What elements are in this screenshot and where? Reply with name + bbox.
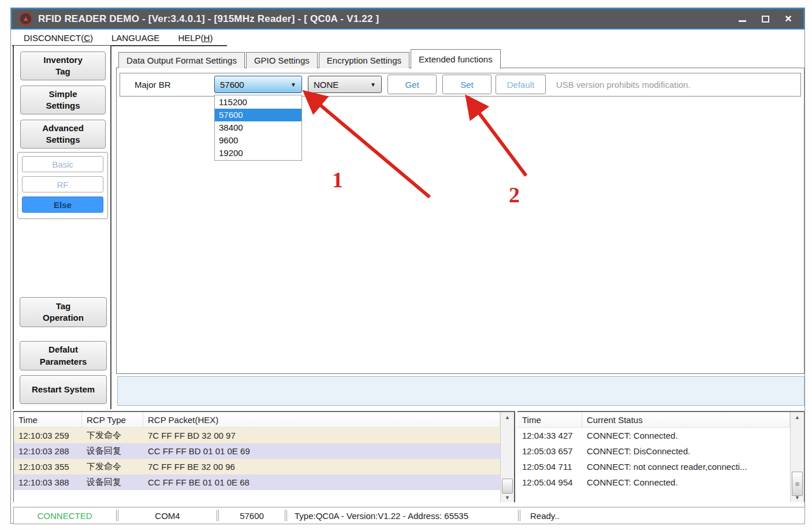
table-header: TimeCurrent Status [517, 412, 790, 428]
column-header-rcp-packet-hex[interactable]: RCP Packet(HEX) [143, 412, 500, 427]
cell: CC FF FF BD 01 01 0E 69 [143, 443, 500, 459]
sidebar-item-advanced-settings[interactable]: Advanced Settings [20, 120, 106, 149]
ready-state: Ready.. [521, 507, 804, 524]
menu-item-language[interactable]: LANGUAGE [111, 33, 159, 43]
tab-extended-functions[interactable]: Extended functions [411, 49, 501, 69]
tab-gpio-settings[interactable]: GPIO Settings [246, 52, 318, 68]
option-38400[interactable]: 38400 [215, 121, 301, 134]
connection-status: CONNECTED [14, 507, 116, 524]
baudrate-combobox[interactable]: 57600 ▼ [214, 76, 302, 93]
log-row[interactable]: 12:05:04 711CONNECT: not connect reader,… [517, 459, 790, 475]
chevron-down-icon: ▼ [290, 81, 296, 88]
column-header-time[interactable]: Time [517, 412, 582, 427]
cell: CONNECT: Connected. [582, 475, 790, 490]
sidebar-item-basic[interactable]: Basic [22, 156, 103, 172]
sidebar-item-tag-operation[interactable]: Tag Operation [20, 297, 107, 327]
log-row[interactable]: 12:05:04 954CONNECT: Connected. [517, 475, 790, 490]
column-header-current-status[interactable]: Current Status [582, 412, 790, 427]
baudrate-dropdown-list: 1152005760038400960019200 [214, 95, 302, 161]
lower-info-strip [117, 376, 804, 406]
minimize-icon[interactable] [736, 14, 748, 24]
cell: 12:10:03 388 [14, 475, 82, 490]
log-row[interactable]: 12:10:03 355下发命令7C FF FF BE 32 00 96 [14, 459, 500, 475]
option-57600[interactable]: 57600 [215, 109, 301, 121]
sidebar-item-inventory-tag[interactable]: Inventory Tag [20, 51, 106, 80]
usb-note-text: USB version prohibits modification. [556, 73, 691, 96]
com-port: COM4 [119, 507, 216, 524]
set-button[interactable]: Set [442, 75, 491, 94]
scroll-up-icon[interactable]: ▲ [791, 412, 804, 422]
column-header-time[interactable]: Time [14, 412, 82, 427]
sidebar-settings-group: BasicRFElse [17, 152, 108, 219]
log-row[interactable]: 12:10:03 288设备回复CC FF FF BD 01 01 0E 69 [14, 443, 500, 459]
status-separator [217, 510, 219, 521]
cell: 下发命令 [82, 459, 143, 475]
status-table: TimeCurrent Status 12:04:33 427CONNECT: … [517, 412, 790, 502]
log-row[interactable]: 12:05:03 657CONNECT: DisConnected. [517, 443, 790, 459]
option-19200[interactable]: 19200 [215, 147, 301, 160]
annotation-step-2: 2 [509, 182, 520, 207]
scroll-up-icon[interactable]: ▲ [501, 412, 514, 422]
scrollbar-right[interactable]: ▲ ≡ ▼ [790, 412, 804, 502]
log-row[interactable]: 12:04:33 427CONNECT: Connected. [517, 428, 790, 443]
scrollbar-thumb[interactable] [502, 479, 513, 494]
device-info: Type:QC0A - Version:V1.22 - Address: 655… [288, 507, 517, 524]
sidebar-main-buttons: Inventory TagSimple SettingsAdvanced Set… [20, 51, 106, 149]
app-window: ▲ RFID READER DEMO - [Ver:3.4.0.1] - [91… [10, 8, 805, 524]
tab-encryption-settings[interactable]: Encryption Settings [319, 52, 409, 68]
screen: ▲ RFID READER DEMO - [Ver:3.4.0.1] - [91… [0, 0, 812, 530]
baud-rate: 57600 [219, 507, 284, 524]
status-separator [285, 510, 287, 521]
cell: CONNECT: Connected. [582, 428, 790, 443]
get-button[interactable]: Get [388, 75, 437, 94]
cell: 7C FF FF BD 32 00 97 [143, 428, 500, 443]
cell: 12:10:03 288 [14, 443, 82, 459]
rcp-packet-table: TimeRCP TypeRCP Packet(HEX) 12:10:03 259… [14, 412, 500, 502]
baudrate-combobox-value: 57600 [220, 80, 244, 90]
status-separator [116, 510, 118, 521]
cell: 下发命令 [82, 428, 143, 443]
cell: 12:05:04 711 [517, 459, 582, 475]
sidebar-item-restart-system[interactable]: Restart System [20, 375, 107, 404]
status-bar: CONNECTED COM4 57600 Type:QC0A - Version… [13, 507, 805, 524]
chevron-down-icon: ▼ [370, 81, 376, 88]
app-logo-icon: ▲ [19, 12, 32, 25]
sidebar-item-defalut-parameters[interactable]: Defalut Parameters [20, 341, 107, 370]
column-header-rcp-type[interactable]: RCP Type [82, 412, 143, 427]
cell: 12:05:04 954 [517, 475, 582, 490]
menu-item-help-h[interactable]: HELP(H) [178, 33, 213, 43]
annotation-step-1: 1 [332, 167, 343, 192]
option-115200[interactable]: 115200 [215, 96, 301, 109]
menu-item-disconnect-c[interactable]: DISCONNECT(C) [24, 33, 93, 43]
sidebar-item-rf[interactable]: RF [22, 176, 103, 192]
tab-data-output-format-settings[interactable]: Data Output Format Settings [118, 52, 245, 68]
cell: 12:10:03 259 [14, 428, 82, 443]
maximize-icon[interactable] [759, 14, 771, 24]
cell: CC FF FF BE 01 01 0E 68 [143, 475, 500, 490]
scroll-down-icon[interactable]: ▼ [501, 492, 514, 502]
parity-combobox-value: NONE [314, 80, 338, 90]
option-9600[interactable]: 9600 [215, 134, 301, 147]
major-br-label: Major BR [135, 73, 171, 96]
parity-combobox[interactable]: NONE ▼ [308, 76, 382, 93]
log-row[interactable]: 12:10:03 259下发命令7C FF FF BD 32 00 97 [14, 428, 500, 443]
close-icon[interactable] [783, 14, 794, 24]
window-controls [736, 14, 794, 24]
sidebar-item-simple-settings[interactable]: Simple Settings [20, 86, 106, 114]
status-separator [518, 510, 520, 521]
scroll-down-icon[interactable]: ▼ [791, 492, 804, 502]
cell: 12:05:03 657 [517, 443, 582, 459]
title-bar: ▲ RFID READER DEMO - [Ver:3.4.0.1] - [91… [11, 8, 804, 29]
sidebar: Inventory TagSimple SettingsAdvanced Set… [13, 46, 111, 409]
sidebar-item-else[interactable]: Else [22, 197, 103, 213]
window-title: RFID READER DEMO - [Ver:3.4.0.1] - [915M… [38, 13, 731, 25]
default-button[interactable]: Default [496, 75, 546, 94]
scrollbar-left[interactable]: ▲ ▼ [500, 412, 514, 502]
baudrate-settings-panel: Major BR 57600 ▼ NONE ▼ Get Set Default … [120, 73, 801, 97]
cell: 12:04:33 427 [517, 428, 582, 443]
connection-status-log: TimeCurrent Status 12:04:33 427CONNECT: … [517, 411, 804, 502]
cell: 7C FF FF BE 32 00 96 [143, 459, 500, 475]
cell: CONNECT: DisConnected. [582, 443, 790, 459]
table-body: 12:10:03 259下发命令7C FF FF BD 32 00 9712:1… [14, 428, 500, 490]
log-row[interactable]: 12:10:03 388设备回复CC FF FF BE 01 01 0E 68 [14, 475, 500, 490]
